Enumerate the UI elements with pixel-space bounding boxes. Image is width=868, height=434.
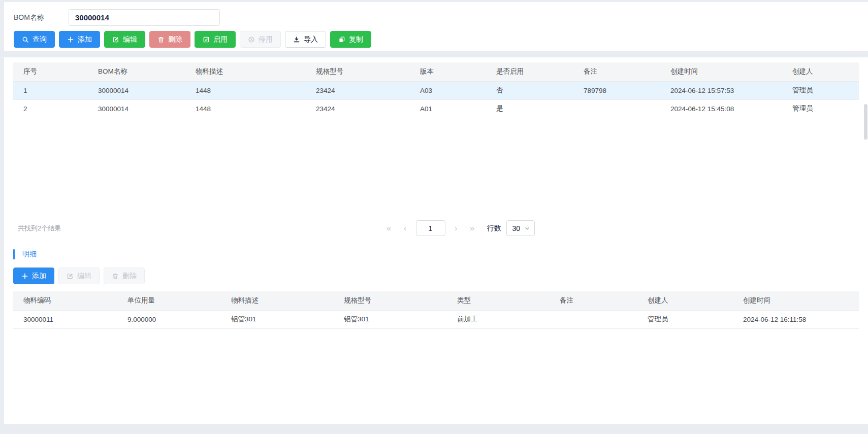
cell-seq: 1	[13, 81, 88, 99]
cell-type: 前加工	[447, 310, 550, 328]
cell-bom-name: 30000014	[88, 81, 185, 99]
bom-name-input[interactable]	[69, 9, 220, 26]
col-header-remark: 备注	[573, 62, 660, 81]
enable-button[interactable]: 启用	[195, 31, 236, 48]
table-row[interactable]: 2 30000014 1448 23424 A01 是 2024-06-12 1…	[13, 99, 859, 118]
col-header-creator: 创建人	[782, 62, 859, 81]
import-button[interactable]: 导入	[285, 31, 326, 48]
edit-icon	[112, 36, 119, 43]
col-header-material-desc: 物料描述	[221, 291, 334, 310]
col-header-remark: 备注	[550, 291, 637, 310]
copy-button[interactable]: 复制	[330, 31, 371, 48]
trash-icon	[112, 273, 119, 280]
cell-creator: 管理员	[782, 81, 859, 99]
add-button[interactable]: 添加	[59, 31, 100, 48]
x-circle-icon	[248, 36, 255, 43]
col-header-create-time: 创建时间	[660, 62, 782, 81]
col-header-seq: 序号	[13, 62, 88, 81]
cell-create-time: 2024-06-12 15:45:08	[660, 99, 782, 118]
import-button-label: 导入	[304, 35, 318, 44]
rows-per-page-label: 行数	[487, 224, 501, 233]
rows-per-page-select[interactable]: 30	[506, 220, 535, 236]
detail-table-header-row: 物料编码 单位用量 物料描述 规格型号 类型 备注 创建人 创建时间	[13, 291, 859, 310]
cell-spec-model: 铝管301	[334, 310, 447, 328]
cell-unit-usage: 9.000000	[117, 310, 221, 328]
cell-creator: 管理员	[782, 99, 859, 118]
detail-edit-button-label: 编辑	[77, 272, 91, 281]
table-footer: 共找到2个结果 « ‹ 1 › » 行数 30	[4, 220, 868, 237]
delete-button[interactable]: 删除	[149, 31, 190, 48]
detail-add-button-label: 添加	[32, 272, 46, 281]
trash-icon	[157, 36, 165, 43]
table-row[interactable]: 1 30000014 1448 23424 A03 否 789798 2024-…	[13, 81, 859, 99]
cell-seq: 2	[13, 99, 88, 118]
col-header-material-desc: 物料描述	[185, 62, 306, 81]
detail-edit-button[interactable]: 编辑	[58, 268, 100, 284]
edit-button[interactable]: 编辑	[104, 31, 145, 48]
detail-tab-row: 明细	[13, 248, 859, 261]
cell-create-time: 2024-06-12 15:57:53	[660, 81, 782, 99]
search-row: BOM名称	[14, 9, 868, 26]
query-button[interactable]: 查询	[14, 31, 55, 48]
toolbar: 查询 添加 编辑 删除 启用 停用 导入 复制	[14, 31, 868, 48]
cell-spec-model: 23424	[306, 99, 410, 118]
col-header-enabled: 是否启用	[486, 62, 573, 81]
col-header-create-time: 创建时间	[733, 291, 859, 310]
col-header-bom-name: BOM名称	[88, 62, 185, 81]
col-header-unit-usage: 单位用量	[117, 291, 221, 310]
col-header-creator: 创建人	[637, 291, 733, 310]
result-count: 共找到2个结果	[18, 224, 61, 233]
delete-button-label: 删除	[168, 35, 182, 44]
next-page-button[interactable]: ›	[451, 224, 462, 232]
cell-version: A01	[410, 99, 486, 118]
prev-page-button[interactable]: ‹	[400, 224, 411, 232]
bom-name-label: BOM名称	[14, 13, 69, 22]
disable-button[interactable]: 停用	[240, 31, 281, 48]
detail-panel: 明细 添加 编辑 删除 物料编码 单位用量 物料描述 规格型号 类型	[4, 241, 868, 424]
disable-button-label: 停用	[259, 35, 273, 44]
plus-icon	[21, 273, 28, 280]
detail-add-button[interactable]: 添加	[13, 268, 54, 284]
add-button-label: 添加	[78, 35, 92, 44]
tab-detail[interactable]: 明细	[22, 250, 37, 259]
cell-remark	[573, 99, 660, 118]
cell-enabled: 是	[486, 99, 573, 118]
search-icon	[22, 36, 29, 43]
col-header-spec-model: 规格型号	[306, 62, 410, 81]
search-toolbar-panel: BOM名称 查询 添加 编辑 删除 启用 停用 导入	[4, 2, 868, 51]
cell-create-time: 2024-06-12 16:11:58	[733, 310, 859, 328]
page-number-input[interactable]: 1	[416, 220, 445, 236]
col-header-version: 版本	[410, 62, 486, 81]
first-page-button[interactable]: «	[383, 224, 395, 232]
cell-spec-model: 23424	[306, 81, 410, 99]
vertical-scrollbar-thumb[interactable]	[864, 104, 867, 140]
detail-delete-button[interactable]: 删除	[104, 268, 145, 284]
detail-table-row[interactable]: 30000011 9.000000 铝管301 铝管301 前加工 管理员 20…	[13, 310, 859, 328]
cell-remark	[550, 310, 637, 328]
cell-remark: 789798	[573, 81, 660, 99]
cell-material-desc: 铝管301	[221, 310, 334, 328]
query-button-label: 查询	[33, 35, 47, 44]
cell-enabled: 否	[486, 81, 573, 99]
chevron-down-icon	[524, 225, 530, 231]
cell-version: A03	[410, 81, 486, 99]
pagination: « ‹ 1 › » 行数 30	[383, 220, 535, 236]
bom-table: 序号 BOM名称 物料描述 规格型号 版本 是否启用 备注 创建时间 创建人 1…	[13, 62, 859, 118]
detail-delete-button-label: 删除	[122, 272, 137, 281]
bom-table-panel: 序号 BOM名称 物料描述 规格型号 版本 是否启用 备注 创建时间 创建人 1…	[4, 57, 868, 241]
col-header-type: 类型	[447, 291, 550, 310]
check-square-icon	[203, 36, 210, 43]
rows-per-page-value: 30	[512, 224, 521, 232]
plus-icon	[67, 36, 74, 43]
enable-button-label: 启用	[213, 35, 228, 44]
copy-icon	[338, 36, 345, 43]
detail-toolbar: 添加 编辑 删除	[13, 268, 859, 284]
col-header-spec-model: 规格型号	[334, 291, 447, 310]
edit-button-label: 编辑	[123, 35, 137, 44]
cell-material-code: 30000011	[13, 310, 117, 328]
bom-table-header-row: 序号 BOM名称 物料描述 规格型号 版本 是否启用 备注 创建时间 创建人	[13, 62, 859, 81]
detail-table: 物料编码 单位用量 物料描述 规格型号 类型 备注 创建人 创建时间 30000…	[13, 291, 859, 329]
last-page-button[interactable]: »	[467, 224, 478, 232]
cell-material-desc: 1448	[185, 81, 306, 99]
active-tab-indicator	[13, 249, 15, 259]
